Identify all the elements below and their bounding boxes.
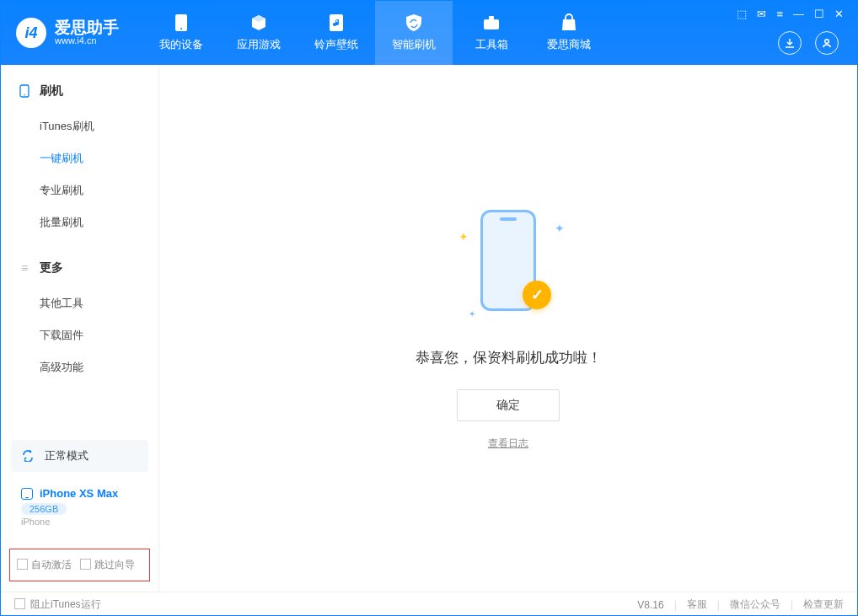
phone-icon [18, 84, 31, 98]
toolbox-icon [482, 13, 501, 32]
nav-my-device[interactable]: 我的设备 [142, 1, 220, 65]
checkbox-icon[interactable] [14, 598, 25, 609]
sidebar-header-more: ≡ 更多 [1, 255, 158, 287]
menu-icon[interactable]: ≡ [776, 8, 783, 20]
refresh-icon [21, 448, 36, 463]
sparkle-icon: ✦ [469, 309, 475, 316]
auto-activate-option[interactable]: 自动激活 [17, 558, 72, 572]
svg-point-7 [24, 94, 25, 96]
nav-label: 爱思商城 [547, 37, 591, 52]
footer-bar: 阻止iTunes运行 V8.16 | 客服 | 微信公众号 | 检查更新 [1, 592, 857, 616]
nav-label: 应用游戏 [237, 37, 281, 52]
sparkle-icon: ✦ [458, 230, 465, 237]
nav-label: 工具箱 [475, 37, 508, 52]
svg-rect-3 [484, 19, 499, 29]
sidebar-section-flash: 刷机 iTunes刷机 一键刷机 专业刷机 批量刷机 [1, 65, 158, 242]
device-info-box[interactable]: iPhone XS Max 256GB iPhone [11, 480, 148, 535]
sidebar-section-more: ≡ 更多 其他工具 下载固件 高级功能 [1, 242, 158, 387]
footer-right: V8.16 | 客服 | 微信公众号 | 检查更新 [637, 597, 844, 612]
check-badge-icon: ✓ [523, 281, 551, 309]
close-button[interactable]: ✕ [834, 8, 844, 20]
maximize-button[interactable]: ☐ [814, 8, 824, 20]
sidebar: 刷机 iTunes刷机 一键刷机 专业刷机 批量刷机 ≡ 更多 其他工具 下载固… [1, 65, 159, 592]
mode-status-box[interactable]: 正常模式 [11, 440, 148, 472]
skip-guide-option[interactable]: 跳过向导 [80, 558, 135, 572]
sidebar-item-itunes-flash[interactable]: iTunes刷机 [1, 110, 158, 142]
sparkle-icon: ✦ [555, 222, 561, 228]
main-panel: ✦ ✦ ✦ ✓ 恭喜您，保资料刷机成功啦！ 确定 查看日志 [159, 65, 857, 592]
nav-ringtones-wallpapers[interactable]: 铃声壁纸 [298, 1, 375, 65]
device-type: iPhone [21, 517, 138, 527]
device-icon [172, 13, 190, 32]
nav-label: 智能刷机 [392, 37, 436, 52]
header-bar: i4 爱思助手 www.i4.cn 我的设备 应用游戏 铃声壁纸 智能刷机 工具… [1, 1, 857, 65]
checkbox-icon[interactable] [17, 559, 28, 570]
logo-block[interactable]: i4 爱思助手 www.i4.cn [16, 18, 119, 48]
logo-icon: i4 [16, 18, 46, 48]
sidebar-section-title: 刷机 [40, 83, 63, 99]
phone-outline-icon [21, 488, 33, 500]
nav-toolbox[interactable]: 工具箱 [453, 1, 530, 65]
ok-button[interactable]: 确定 [457, 389, 560, 421]
sidebar-item-pro-flash[interactable]: 专业刷机 [1, 174, 158, 206]
view-log-link[interactable]: 查看日志 [488, 437, 528, 451]
sidebar-item-other-tools[interactable]: 其他工具 [1, 287, 158, 319]
user-icon[interactable] [815, 31, 839, 55]
app-url: www.i4.cn [55, 35, 119, 46]
feedback-icon[interactable]: ✉ [757, 8, 766, 20]
app-name: 爱思助手 [55, 19, 119, 35]
sidebar-item-download-firmware[interactable]: 下载固件 [1, 319, 158, 351]
sidebar-header-flash: 刷机 [1, 78, 158, 110]
window-controls: ⬚ ✉ ≡ — ☐ ✕ [737, 8, 844, 20]
svg-rect-4 [489, 16, 494, 19]
skip-guide-label: 跳过向导 [94, 559, 135, 570]
sidebar-section-title: 更多 [40, 260, 63, 276]
check-update-link[interactable]: 检查更新 [803, 597, 844, 612]
nav-store[interactable]: 爱思商城 [530, 1, 608, 65]
cube-icon [249, 13, 268, 32]
block-itunes-option[interactable]: 阻止iTunes运行 [14, 597, 101, 612]
minimize-button[interactable]: — [793, 8, 804, 20]
logo-text: 爱思助手 www.i4.cn [55, 19, 119, 46]
support-link[interactable]: 客服 [687, 597, 707, 612]
nav-smart-flash[interactable]: 智能刷机 [375, 1, 453, 65]
download-icon[interactable] [778, 31, 802, 55]
sidebar-item-oneclick-flash[interactable]: 一键刷机 [1, 142, 158, 174]
version-label: V8.16 [637, 599, 663, 611]
nav-label: 我的设备 [159, 37, 203, 52]
nav-label: 铃声壁纸 [314, 37, 358, 52]
sidebar-item-batch-flash[interactable]: 批量刷机 [1, 206, 158, 238]
music-file-icon [327, 13, 346, 32]
svg-point-5 [825, 40, 829, 44]
separator: | [674, 599, 677, 611]
separator: | [791, 599, 793, 611]
list-icon: ≡ [18, 261, 31, 275]
header-right-icons [778, 31, 839, 55]
success-message: 恭喜您，保资料刷机成功啦！ [416, 348, 602, 367]
checkbox-icon[interactable] [80, 559, 91, 570]
svg-point-1 [180, 28, 182, 29]
bag-icon [560, 13, 578, 32]
wechat-link[interactable]: 微信公众号 [730, 597, 780, 612]
highlighted-options-box: 自动激活 跳过向导 [9, 549, 150, 581]
device-name-row: iPhone XS Max [21, 487, 138, 500]
auto-activate-label: 自动激活 [31, 559, 72, 570]
separator: | [717, 599, 720, 611]
storage-badge: 256GB [21, 503, 67, 515]
top-nav: 我的设备 应用游戏 铃声壁纸 智能刷机 工具箱 爱思商城 [142, 1, 608, 65]
refresh-shield-icon [405, 13, 423, 32]
shirt-icon[interactable]: ⬚ [737, 8, 747, 20]
success-illustration: ✦ ✦ ✦ ✓ [453, 206, 563, 324]
nav-apps-games[interactable]: 应用游戏 [220, 1, 298, 65]
sidebar-item-advanced[interactable]: 高级功能 [1, 351, 158, 383]
block-itunes-label: 阻止iTunes运行 [30, 598, 101, 610]
device-name: iPhone XS Max [40, 487, 118, 500]
mode-label: 正常模式 [45, 448, 88, 463]
body: 刷机 iTunes刷机 一键刷机 专业刷机 批量刷机 ≡ 更多 其他工具 下载固… [1, 65, 857, 592]
